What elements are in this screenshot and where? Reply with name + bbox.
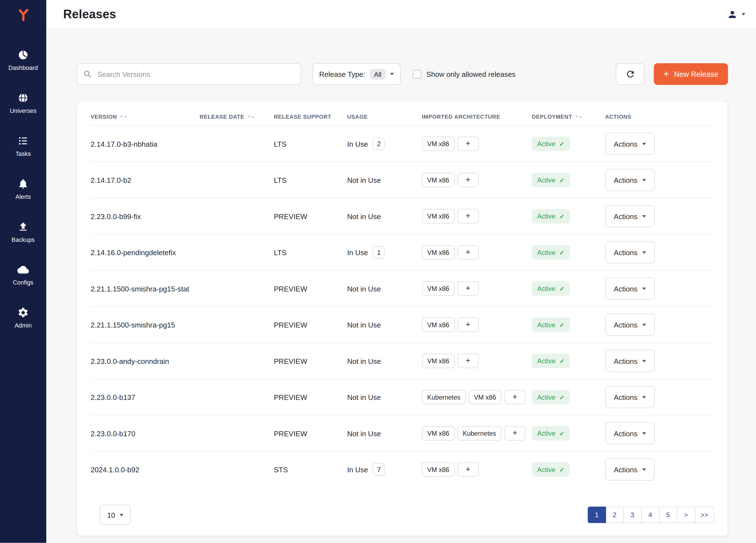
table-row: 2.23.0.0-b137PREVIEWNot in UseKubernetes… <box>91 379 714 415</box>
architecture-cell: VM x86+ <box>422 209 532 223</box>
add-architecture-button[interactable]: + <box>458 209 479 223</box>
row-actions-button[interactable]: Actions <box>605 277 655 300</box>
release-support-cell: PREVIEW <box>274 429 347 438</box>
architecture-cell: VM x86+ <box>422 281 532 296</box>
release-type-dropdown[interactable]: Release Type: All <box>312 63 401 85</box>
architecture-chip: VM x86 <box>422 462 454 477</box>
row-actions-button[interactable]: Actions <box>605 314 655 336</box>
row-actions-button[interactable]: Actions <box>605 422 655 444</box>
deployment-cell: Active✓ <box>532 462 605 477</box>
release-support-cell: PREVIEW <box>274 357 347 365</box>
chevron-down-icon <box>642 251 646 254</box>
usage-cell: Not in Use <box>347 393 422 401</box>
chevron-down-icon <box>642 324 646 326</box>
column-header-deployment[interactable]: DEPLOYMENT <box>532 114 605 120</box>
sidebar-item-label: Tasks <box>16 150 31 157</box>
deployment-status-badge: Active✓ <box>532 173 570 187</box>
sidebar-item-universes[interactable]: Universes <box>0 86 46 120</box>
usage-cell: Not in Use <box>347 176 422 184</box>
toolbar: Release Type: All Show only allowed rele… <box>77 63 728 85</box>
actions-cell: Actions <box>605 458 714 481</box>
usage-count-badge: 2 <box>373 137 385 150</box>
user-menu[interactable] <box>727 9 745 19</box>
usage-cell: Not in Use <box>347 429 422 438</box>
page-button-3[interactable]: 3 <box>623 507 642 523</box>
sidebar-item-alerts[interactable]: Alerts <box>0 172 46 206</box>
check-icon: ✓ <box>559 466 564 473</box>
actions-cell: Actions <box>605 277 714 300</box>
new-release-button[interactable]: + New Release <box>654 63 728 85</box>
table-row: 2.23.0.0-andy-conndrainPREVIEWNot in Use… <box>91 343 714 379</box>
sort-icon[interactable] <box>120 116 126 118</box>
table-row: 2.21.1.1500-smishra-pg15PREVIEWNot in Us… <box>91 307 714 343</box>
row-actions-button[interactable]: Actions <box>605 241 655 263</box>
add-architecture-button[interactable]: + <box>458 318 479 332</box>
column-header-label: RELEASE SUPPORT <box>274 114 331 120</box>
row-actions-button[interactable]: Actions <box>605 132 655 155</box>
add-architecture-button[interactable]: + <box>504 390 526 404</box>
sidebar-item-label: Alerts <box>16 193 31 200</box>
column-header-label: ACTIONS <box>605 114 631 120</box>
version-cell: 2.14.17.0-b3-nbhatia <box>91 140 200 148</box>
deployment-status-label: Active <box>537 176 555 184</box>
next-page-button[interactable]: > <box>677 507 695 523</box>
page-header: Releases <box>46 0 756 29</box>
add-architecture-button[interactable]: + <box>458 354 479 368</box>
sidebar-item-backups[interactable]: Backups <box>0 215 46 249</box>
chevron-down-icon <box>119 514 123 516</box>
sidebar-item-configs[interactable]: Configs <box>0 258 46 292</box>
sidebar-item-admin[interactable]: Admin <box>0 301 46 335</box>
last-page-button[interactable]: >> <box>694 507 714 523</box>
row-actions-button[interactable]: Actions <box>605 169 655 191</box>
page-button-4[interactable]: 4 <box>641 507 659 523</box>
version-cell: 2.21.1.1500-smishra-pg15 <box>91 321 200 329</box>
deployment-status-badge: Active✓ <box>532 426 570 440</box>
page-button-5[interactable]: 5 <box>659 507 677 523</box>
sidebar-item-label: Universes <box>10 108 37 114</box>
add-architecture-button[interactable]: + <box>458 462 479 477</box>
page-size-select[interactable]: 10 <box>100 505 131 525</box>
add-architecture-button[interactable]: + <box>458 281 479 296</box>
page-button-2[interactable]: 2 <box>606 507 624 523</box>
row-actions-button[interactable]: Actions <box>605 386 655 408</box>
column-header-label: VERSION <box>91 114 117 120</box>
sort-desc-icon <box>120 116 122 118</box>
page-button-1[interactable]: 1 <box>588 507 606 523</box>
actions-cell: Actions <box>605 132 714 155</box>
usage-cell: Not in Use <box>347 285 422 293</box>
check-icon: ✓ <box>559 249 564 256</box>
chevron-down-icon <box>742 13 745 16</box>
row-actions-button[interactable]: Actions <box>605 350 655 372</box>
sidebar-item-dashboard[interactable]: Dashboard <box>0 44 46 77</box>
refresh-button[interactable] <box>616 63 645 85</box>
actions-label: Actions <box>614 176 638 184</box>
actions-cell: Actions <box>605 386 714 408</box>
table-header-row: VERSIONRELEASE DATERELEASE SUPPORTUSAGEI… <box>91 108 714 126</box>
add-architecture-button[interactable]: + <box>458 173 479 187</box>
release-support-cell: STS <box>274 465 347 474</box>
column-header-release-date[interactable]: RELEASE DATE <box>200 114 274 120</box>
add-architecture-button[interactable]: + <box>458 245 479 259</box>
usage-label: In Use <box>347 465 368 474</box>
search-input[interactable] <box>96 70 295 79</box>
architecture-cell: VM x86+ <box>422 173 532 187</box>
actions-cell: Actions <box>605 350 714 372</box>
row-actions-button[interactable]: Actions <box>605 458 655 481</box>
dashboard-gauge-icon <box>17 49 29 61</box>
sort-icon[interactable] <box>247 116 254 118</box>
table-row: 2.23.0.0-b170PREVIEWNot in UseVM x86Kube… <box>91 415 714 451</box>
architecture-chip: Kubernetes <box>458 426 501 440</box>
usage-label: Not in Use <box>347 176 381 184</box>
show-allowed-checkbox[interactable] <box>413 70 422 78</box>
pagination: 12345>>> <box>588 507 714 523</box>
column-header-version[interactable]: VERSION <box>91 114 200 120</box>
add-architecture-button[interactable]: + <box>504 426 526 440</box>
sort-icon[interactable] <box>575 116 582 118</box>
add-architecture-button[interactable]: + <box>458 136 479 151</box>
column-header-imported-architecture: IMPORTED ARCHITECTURE <box>422 114 532 120</box>
row-actions-button[interactable]: Actions <box>605 205 655 227</box>
app-logo[interactable] <box>0 0 46 30</box>
sidebar-item-tasks[interactable]: Tasks <box>0 129 46 163</box>
search-box <box>77 63 302 85</box>
actions-label: Actions <box>614 357 638 365</box>
